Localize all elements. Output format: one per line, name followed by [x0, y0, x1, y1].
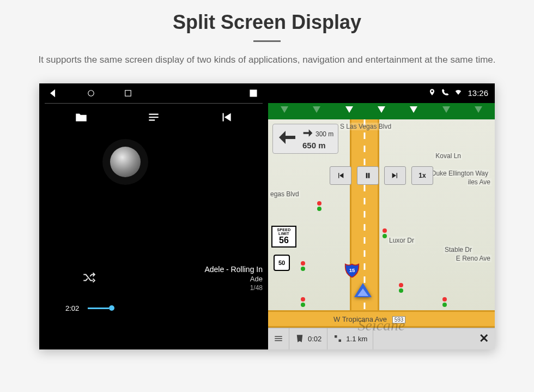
street-label: S Las Vegas Blvd [339, 123, 392, 130]
progress-row: 2:02 [65, 304, 268, 312]
shuffle-icon[interactable] [82, 270, 96, 287]
lane-arrow [300, 103, 332, 119]
lane-arrow [430, 103, 462, 119]
turn-instruction-panel: 300 m 650 m [272, 124, 338, 154]
street-label: iles Ave [467, 178, 491, 186]
current-street: W Tropicana Ave 593 [333, 315, 405, 323]
traffic-light-icon [301, 297, 305, 308]
street-number-badge: 593 [392, 316, 406, 323]
svg-rect-1 [125, 90, 131, 96]
street-label: Duke Ellington Way [430, 170, 489, 177]
lane-arrow [365, 103, 397, 119]
home-icon[interactable] [86, 88, 96, 98]
traffic-light-icon [399, 283, 403, 294]
folder-icon[interactable] [74, 110, 88, 126]
device-screenshot: Adele - Rolling In Ade 1/48 2:02 [39, 83, 495, 349]
map-footer-bar: 0:02 1.1 km ✕ [268, 328, 495, 349]
player-body: Adele - Rolling In Ade 1/48 2:02 [39, 103, 268, 349]
playlist-icon[interactable] [147, 110, 161, 126]
street-label: E Reno Ave [455, 255, 491, 262]
turn-left-icon [277, 128, 297, 149]
eta-cell[interactable]: 0:02 [289, 328, 327, 349]
traffic-light-icon [317, 201, 321, 212]
interstate-shield-icon: 15 [344, 262, 360, 278]
svg-rect-2 [250, 90, 257, 97]
street-label: Koval Ln [434, 152, 462, 160]
svg-text:15: 15 [349, 267, 355, 273]
lane-arrow [398, 103, 430, 119]
track-artist: Ade [204, 275, 263, 283]
remaining-distance: 1.1 km [346, 335, 367, 343]
street-label: Luxor Dr [388, 237, 415, 244]
title-underline [253, 40, 281, 42]
menu-button[interactable] [268, 328, 289, 349]
music-player-pane: Adele - Rolling In Ade 1/48 2:02 [39, 83, 268, 349]
recent-apps-icon[interactable] [123, 88, 133, 98]
speed-limit-sign: SPEED LIMIT 56 [271, 226, 296, 248]
lane-arrow [268, 103, 300, 119]
distance-cell[interactable]: 1.1 km [327, 328, 373, 349]
map-canvas[interactable]: S Las Vegas Blvd Koval Ln Duke Ellington… [268, 119, 495, 349]
eta-time: 0:02 [308, 335, 321, 343]
speed-limit-value: 56 [272, 236, 295, 245]
street-label: egas Blvd [269, 190, 300, 198]
location-icon [428, 88, 436, 98]
screenshot-icon[interactable] [248, 88, 258, 98]
track-index: 1/48 [204, 284, 263, 292]
street-label: Stable Dr [444, 246, 473, 254]
map-pause-button[interactable] [357, 166, 379, 185]
phone-icon [441, 88, 449, 98]
floating-action-button[interactable] [110, 147, 141, 177]
map-prev-button[interactable] [330, 166, 351, 185]
svg-point-0 [88, 90, 94, 96]
track-title: Adele - Rolling In [204, 265, 263, 274]
page-subtitle: It supports the same screen display of t… [33, 53, 501, 67]
traffic-light-icon [442, 297, 447, 308]
page-title: Split Screen Display [0, 11, 534, 34]
seek-bar[interactable] [88, 307, 264, 309]
player-bottom-bar [45, 103, 263, 134]
android-nav-bar [39, 83, 268, 103]
navigation-cursor-icon [354, 283, 372, 297]
elapsed-time: 2:02 [65, 304, 79, 312]
route-shield: 50 [274, 255, 290, 271]
map-next-button[interactable] [384, 166, 406, 185]
track-info: Adele - Rolling In Ade 1/48 [204, 265, 263, 292]
traffic-light-icon [383, 228, 387, 239]
close-button[interactable]: ✕ [473, 331, 495, 346]
clock: 13:26 [468, 88, 488, 98]
previous-track-icon[interactable] [219, 110, 233, 126]
lane-arrow [463, 103, 495, 119]
speed-limit-label: SPEED LIMIT [272, 228, 295, 236]
lane-guidance [268, 103, 495, 119]
back-icon[interactable] [49, 88, 59, 98]
wifi-icon [454, 88, 462, 98]
playback-speed-button[interactable]: 1x [411, 166, 433, 185]
map-media-controls: 1x [330, 166, 433, 185]
status-bar: 13:26 [268, 83, 495, 103]
lane-arrow [333, 103, 365, 119]
turn-right-icon [302, 128, 313, 141]
secondary-distance: 300 m [315, 130, 333, 138]
primary-distance: 650 m [302, 141, 333, 150]
navigation-pane: 13:26 S Las Vegas Blvd Koval Ln Duke Ell… [268, 83, 495, 349]
traffic-light-icon [301, 261, 305, 272]
